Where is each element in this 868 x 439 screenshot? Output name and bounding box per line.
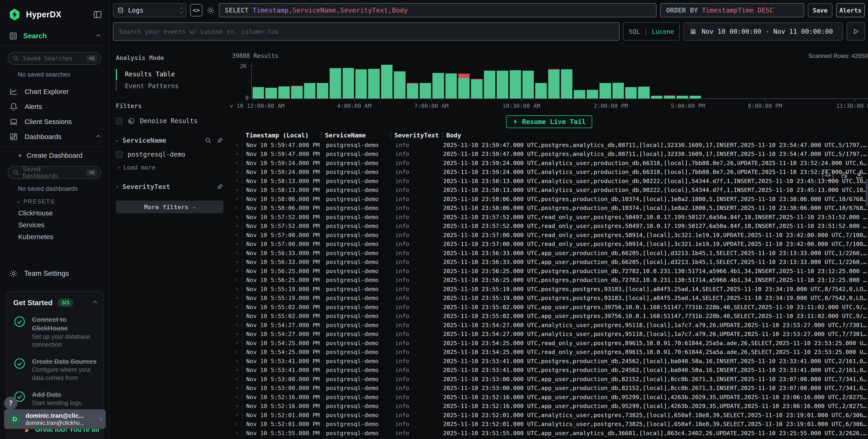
expand-chevron-icon[interactable]: [235, 351, 238, 353]
expand-chevron-icon[interactable]: [235, 153, 238, 155]
sidebar-item-search[interactable]: Search: [0, 21, 109, 45]
table-row[interactable]: Nov 10 5:57:00.000 PM postgresql-demo in…: [230, 240, 868, 249]
table-row[interactable]: Nov 10 5:56:25.000 PM postgresql-demo in…: [230, 266, 868, 276]
table-row[interactable]: Nov 10 5:52:01.000 PM postgresql-demo in…: [230, 419, 868, 429]
order-by-input[interactable]: ORDER BY TimestampTime DESC: [660, 3, 804, 17]
select-columns-input[interactable]: SELECT Timestamp ,ServiceName,SeverityTe…: [219, 3, 656, 17]
table-row[interactable]: Nov 10 5:59:47.000 PM postgresql-demo in…: [230, 150, 868, 159]
sidebar-item-chart-explorer[interactable]: Chart Explorer: [0, 84, 109, 99]
expand-chevron-icon[interactable]: [235, 279, 238, 281]
expand-chevron-icon[interactable]: [235, 297, 238, 299]
filter-group-servicename[interactable]: ServiceName: [116, 136, 223, 144]
table-row[interactable]: Nov 10 5:53:00.000 PM postgresql-demo in…: [230, 375, 868, 384]
expand-chevron-icon[interactable]: [235, 405, 238, 407]
denoise-results-option[interactable]: Denoise Results: [116, 117, 223, 125]
column-resize-handle[interactable]: [442, 132, 443, 138]
table-row[interactable]: Nov 10 5:56:33.000 PM postgresql-demo in…: [230, 248, 868, 257]
table-code-button[interactable]: <>: [823, 169, 833, 181]
edit-sql-button[interactable]: <>: [190, 4, 203, 17]
expand-chevron-icon[interactable]: [235, 414, 238, 416]
alerts-button[interactable]: Alerts: [836, 3, 865, 17]
chevron-up-icon[interactable]: [93, 301, 97, 305]
pin-icon[interactable]: [217, 137, 223, 144]
sql-toggle[interactable]: SQL: [629, 28, 640, 35]
filter-group-severitytext[interactable]: SeverityText: [116, 183, 223, 191]
expand-chevron-icon[interactable]: [235, 198, 238, 200]
presets-toggle[interactable]: PRESETS: [17, 198, 109, 205]
sidebar-item-alerts[interactable]: Alerts: [0, 99, 109, 114]
column-header-timestamp[interactable]: Timestamp (Local): [242, 130, 321, 140]
expand-chevron-icon[interactable]: [235, 342, 238, 344]
table-row[interactable]: Nov 10 5:55:19.000 PM postgresql-demo in…: [230, 293, 868, 303]
expand-chevron-icon[interactable]: [235, 396, 238, 398]
column-resize-handle[interactable]: [390, 132, 391, 138]
table-row[interactable]: Nov 10 5:53:41.000 PM postgresql-demo in…: [230, 356, 868, 366]
table-scrollbar[interactable]: [866, 179, 868, 439]
run-query-button[interactable]: [846, 22, 865, 40]
table-row[interactable]: Nov 10 5:58:13.000 PM postgresql-demo in…: [230, 186, 868, 195]
expand-chevron-icon[interactable]: [235, 171, 238, 173]
expand-chevron-icon[interactable]: [235, 423, 238, 425]
wrap-lines-icon[interactable]: [840, 171, 848, 179]
more-filters-button[interactable]: More filters: [116, 200, 223, 213]
expand-chevron-icon[interactable]: [235, 243, 238, 245]
help-button[interactable]: ?: [4, 397, 17, 410]
table-row[interactable]: Nov 10 5:59:24.000 PM postgresql-demo in…: [230, 167, 868, 177]
expand-chevron-icon[interactable]: [235, 189, 238, 191]
table-row[interactable]: Nov 10 5:58:06.000 PM postgresql-demo in…: [230, 194, 868, 203]
column-header-severitytext[interactable]: SeverityText: [394, 132, 439, 139]
expand-chevron-icon[interactable]: [235, 144, 238, 146]
expand-chevron-icon[interactable]: [235, 387, 238, 389]
table-row[interactable]: Nov 10 5:59:47.000 PM postgresql-demo in…: [230, 140, 868, 150]
expand-chevron-icon[interactable]: [235, 207, 238, 209]
table-row[interactable]: Nov 10 5:56:25.000 PM postgresql-demo in…: [230, 276, 868, 285]
get-started-step[interactable]: Create Data Sources Configure where your…: [13, 357, 97, 382]
lucene-toggle[interactable]: Lucene: [652, 28, 674, 35]
table-row[interactable]: Nov 10 5:52:16.000 PM postgresql-demo in…: [230, 402, 868, 411]
table-row[interactable]: Nov 10 5:54:27.000 PM postgresql-demo in…: [230, 330, 868, 339]
get-started-step[interactable]: Connect to ClickHouse Set up your databa…: [13, 315, 97, 349]
user-menu[interactable]: D dominic.tran@clic... dominic.tran@clic…: [4, 409, 106, 429]
expand-chevron-icon[interactable]: [235, 225, 238, 227]
expand-chevron-icon[interactable]: [235, 261, 238, 263]
table-row[interactable]: Nov 10 5:59:24.000 PM postgresql-demo in…: [230, 158, 868, 167]
create-dashboard-button[interactable]: + Create Dashboard: [0, 148, 109, 162]
resume-live-tail-button[interactable]: Resume Live Tail: [506, 115, 592, 128]
expand-chevron-icon[interactable]: [235, 270, 238, 272]
sidebar-item-client-sessions[interactable]: Client Sessions: [0, 114, 109, 129]
table-row[interactable]: Nov 10 5:53:00.000 PM postgresql-demo in…: [230, 384, 868, 393]
expand-chevron-icon[interactable]: [235, 234, 238, 236]
save-button[interactable]: Save: [808, 3, 832, 17]
collapse-sidebar-icon[interactable]: [93, 10, 102, 19]
expand-chevron-icon[interactable]: [235, 333, 238, 335]
expand-chevron-icon[interactable]: [235, 378, 238, 380]
filter-value-postgresql-demo[interactable]: postgresql-demo: [116, 151, 223, 158]
search-icon[interactable]: [205, 137, 212, 144]
pin-icon[interactable]: [217, 183, 223, 190]
table-row[interactable]: Nov 10 5:58:06.000 PM postgresql-demo in…: [230, 203, 868, 213]
checkbox[interactable]: [116, 151, 123, 158]
source-select[interactable]: Logs: [113, 3, 186, 17]
table-row[interactable]: Nov 10 5:52:01.000 PM postgresql-demo in…: [230, 410, 868, 419]
saved-searches-input[interactable]: Saved Searches ⌘K: [8, 52, 101, 65]
column-header-servicename[interactable]: ServiceName: [325, 132, 366, 139]
expand-chevron-icon[interactable]: [235, 306, 238, 308]
source-settings-button[interactable]: [206, 6, 215, 15]
sidebar-item-team-settings[interactable]: Team Settings: [0, 269, 109, 278]
table-row[interactable]: Nov 10 5:55:02.000 PM postgresql-demo in…: [230, 312, 868, 321]
expand-chevron-icon[interactable]: [235, 369, 238, 371]
checkbox[interactable]: [116, 118, 123, 124]
table-row[interactable]: Nov 10 5:53:41.000 PM postgresql-demo in…: [230, 366, 868, 375]
column-header-body[interactable]: Body: [446, 132, 461, 139]
load-more-button[interactable]: Load more: [117, 164, 223, 171]
expand-chevron-icon[interactable]: [235, 432, 238, 434]
expand-chevron-icon[interactable]: [235, 315, 238, 317]
preset-item-kubernetes[interactable]: Kubernetes: [0, 231, 109, 243]
table-row[interactable]: Nov 10 5:57:52.000 PM postgresql-demo in…: [230, 213, 868, 222]
expand-chevron-icon[interactable]: [235, 360, 238, 362]
table-row[interactable]: Nov 10 5:54:25.000 PM postgresql-demo in…: [230, 339, 868, 348]
table-row[interactable]: Nov 10 5:51:55.000 PM postgresql-demo in…: [230, 429, 868, 438]
date-range-picker[interactable]: Nov 10 00:00:00 - Nov 11 00:00:00: [683, 22, 843, 40]
table-row[interactable]: Nov 10 5:57:00.000 PM postgresql-demo in…: [230, 230, 868, 240]
expand-chevron-icon[interactable]: [235, 252, 238, 254]
